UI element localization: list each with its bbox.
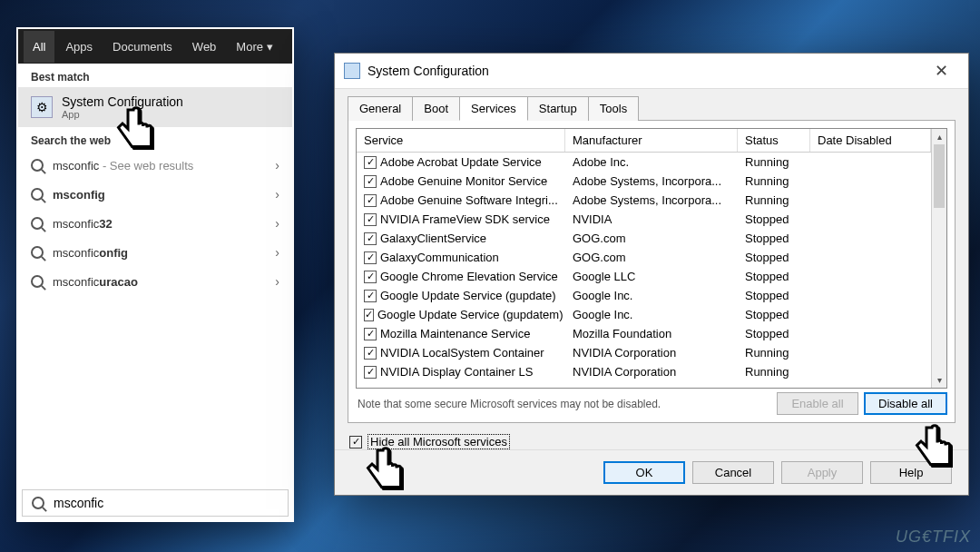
watermark: UG€TFIX (896, 527, 971, 547)
service-status: Stopped (738, 251, 810, 264)
service-name: NVIDIA LocalSystem Container (380, 346, 544, 360)
table-row[interactable]: Google Update Service (gupdate)Google In… (357, 286, 931, 305)
tab-services[interactable]: Services (459, 96, 528, 121)
col-service[interactable]: Service (357, 129, 565, 152)
tab-boot[interactable]: Boot (412, 96, 460, 121)
search-tab-all[interactable]: All (24, 31, 54, 63)
table-header: Service Manufacturer Status Date Disable… (357, 129, 931, 153)
service-manufacturer: Mozilla Foundation (565, 327, 738, 340)
hide-microsoft-label: Hide all Microsoft services (368, 434, 510, 449)
col-manufacturer[interactable]: Manufacturer (565, 129, 738, 152)
table-row[interactable]: Adobe Acrobat Update ServiceAdobe Inc.Ru… (357, 153, 931, 172)
checkbox-checked-icon[interactable] (364, 251, 377, 264)
enable-all-button[interactable]: Enable all (777, 392, 858, 415)
cancel-button[interactable]: Cancel (692, 461, 774, 484)
table-row[interactable]: Adobe Genuine Software Integri...Adobe S… (357, 191, 931, 210)
dialog-title: System Configuration (368, 64, 489, 78)
service-status: Stopped (738, 232, 810, 245)
scroll-thumb[interactable] (934, 144, 945, 208)
table-row[interactable]: Google Update Service (gupdatem)Google I… (357, 305, 931, 324)
system-configuration-icon: ⚙ (31, 96, 53, 118)
table-row[interactable]: Google Chrome Elevation ServiceGoogle LL… (357, 267, 931, 286)
best-match-label: Best match (18, 64, 292, 87)
hide-microsoft-services-checkbox[interactable]: Hide all Microsoft services (335, 432, 968, 449)
services-tab-body: Service Manufacturer Status Date Disable… (348, 120, 956, 423)
table-row[interactable]: NVIDIA Display Container LSNVIDIA Corpor… (357, 362, 931, 381)
checkbox-checked-icon[interactable] (364, 175, 377, 188)
service-manufacturer: Adobe Inc. (565, 155, 738, 169)
tab-tools[interactable]: Tools (588, 96, 639, 121)
tab-startup[interactable]: Startup (527, 96, 589, 121)
table-row[interactable]: GalaxyClientServiceGOG.comStopped (357, 229, 931, 248)
service-name: Adobe Genuine Software Integri... (380, 193, 558, 207)
search-web-label: Search the web (18, 127, 292, 151)
checkbox-checked-icon[interactable] (364, 366, 377, 379)
checkbox-checked-icon[interactable] (364, 347, 377, 360)
service-manufacturer: NVIDIA Corporation (565, 365, 738, 379)
best-match-item[interactable]: ⚙ System Configuration App (18, 87, 292, 127)
services-rows: Adobe Acrobat Update ServiceAdobe Inc.Ru… (357, 153, 931, 381)
checkbox-checked-icon[interactable] (364, 232, 377, 245)
service-status: Running (738, 193, 810, 207)
help-button[interactable]: Help (870, 461, 952, 484)
checkbox-checked-icon[interactable] (364, 194, 377, 207)
service-name: Adobe Genuine Monitor Service (380, 174, 547, 188)
col-status[interactable]: Status (738, 129, 810, 152)
col-date-disabled[interactable]: Date Disabled (810, 129, 931, 152)
checkbox-checked-icon[interactable] (364, 213, 377, 226)
web-result-item[interactable]: msconficonfig› (18, 238, 292, 267)
search-tab-documents[interactable]: Documents (103, 31, 181, 63)
web-result-item[interactable]: msconfic - See web results› (18, 151, 292, 180)
table-row[interactable]: NVIDIA FrameView SDK serviceNVIDIAStoppe… (357, 210, 931, 229)
service-status: Stopped (738, 270, 810, 283)
web-result-text: msconfig (53, 188, 105, 202)
best-match-title: System Configuration (62, 94, 183, 109)
web-result-item[interactable]: msconfic32› (18, 209, 292, 238)
service-name: GalaxyCommunication (380, 251, 499, 264)
web-result-text: msconfic32 (53, 217, 113, 231)
table-row[interactable]: NVIDIA LocalSystem ContainerNVIDIA Corpo… (357, 343, 931, 362)
close-button[interactable]: ✕ (923, 61, 959, 81)
service-status: Stopped (738, 212, 810, 226)
search-icon (31, 159, 44, 172)
search-icon (31, 217, 44, 230)
tab-general[interactable]: General (348, 96, 413, 121)
search-tab-web[interactable]: Web (183, 31, 226, 63)
service-manufacturer: Adobe Systems, Incorpora... (565, 174, 738, 188)
services-scrollbar[interactable]: ▴ ▾ (931, 129, 946, 388)
service-manufacturer: NVIDIA Corporation (565, 346, 738, 360)
chevron-right-icon: › (275, 158, 279, 172)
service-manufacturer: NVIDIA (565, 212, 738, 226)
service-name: NVIDIA Display Container LS (380, 365, 533, 379)
checkbox-checked-icon[interactable] (364, 290, 377, 302)
service-name: GalaxyClientService (380, 232, 486, 245)
service-status: Running (738, 346, 810, 360)
table-row[interactable]: GalaxyCommunicationGOG.comStopped (357, 248, 931, 267)
checkbox-checked-icon[interactable] (364, 309, 374, 321)
apply-button[interactable]: Apply (781, 461, 863, 484)
search-tab-more[interactable]: More ▾ (227, 31, 281, 63)
search-input[interactable] (54, 496, 279, 510)
checkbox-checked-icon[interactable] (364, 271, 377, 283)
system-configuration-dialog: System Configuration ✕ General Boot Serv… (334, 53, 969, 496)
checkbox-checked-icon[interactable] (364, 328, 377, 340)
chevron-right-icon: › (275, 216, 279, 231)
dialog-tabs: General Boot Services Startup Tools (335, 89, 968, 121)
table-row[interactable]: Adobe Genuine Monitor ServiceAdobe Syste… (357, 172, 931, 191)
titlebar[interactable]: System Configuration ✕ (335, 54, 968, 89)
service-status: Running (738, 155, 810, 169)
scroll-up-arrow-icon[interactable]: ▴ (932, 129, 946, 144)
search-tab-apps[interactable]: Apps (56, 31, 102, 63)
search-icon (31, 246, 44, 259)
dialog-buttons: OK Cancel Apply Help (335, 449, 968, 495)
ok-button[interactable]: OK (603, 461, 685, 484)
start-search-panel: All Apps Documents Web More ▾ Best match… (16, 27, 294, 522)
web-result-item[interactable]: msconficuracao› (18, 267, 292, 296)
table-row[interactable]: Mozilla Maintenance ServiceMozilla Found… (357, 324, 931, 343)
service-manufacturer: GOG.com (565, 232, 738, 245)
checkbox-checked-icon[interactable] (364, 156, 377, 169)
disable-all-button[interactable]: Disable all (864, 392, 947, 415)
web-result-item[interactable]: msconfig› (18, 180, 292, 209)
service-status: Running (738, 174, 810, 188)
scroll-down-arrow-icon[interactable]: ▾ (932, 372, 946, 388)
